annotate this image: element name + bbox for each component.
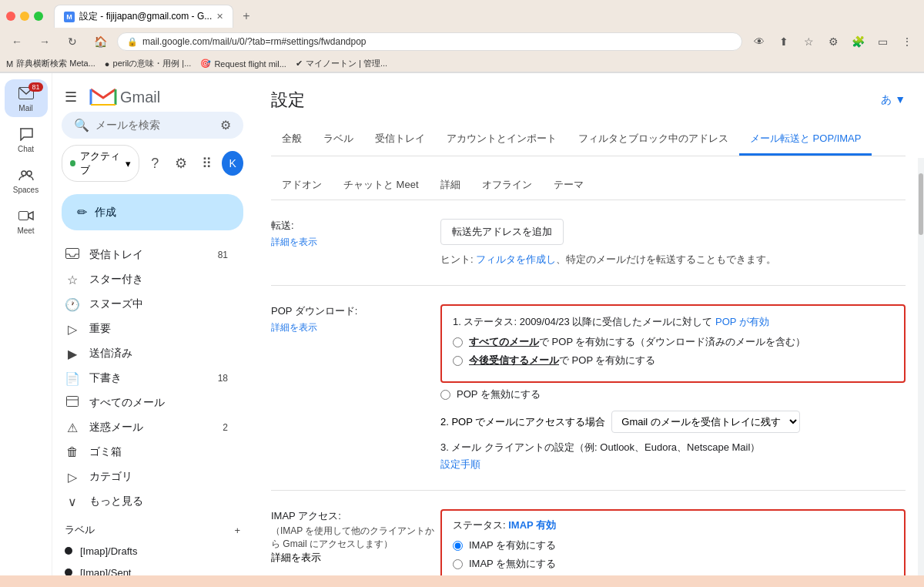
mail-client-link[interactable]: 設定手順 — [440, 458, 480, 470]
maximize-window-btn[interactable] — [34, 12, 43, 21]
scrollbar-track[interactable] — [918, 158, 924, 575]
svg-point-2 — [27, 171, 32, 176]
home-btn[interactable]: 🏠 — [89, 31, 111, 52]
gear-btn[interactable]: ⚙ — [170, 151, 192, 176]
bookmark-peril[interactable]: ● perilの意味・用例 |... — [105, 58, 192, 69]
avatar-btn[interactable]: K — [222, 151, 243, 176]
window-controls — [6, 12, 43, 21]
nav-item-drafts[interactable]: 📄 下書き 18 — [52, 366, 240, 391]
imap-label-col: IMAP アクセス: （IMAP を使用して他のクライアントから Gmail に… — [271, 509, 440, 575]
nav-item-categories[interactable]: ▷ カテゴリ — [52, 465, 240, 489]
tab-labels[interactable]: ラベル — [313, 124, 364, 156]
nav-item-more[interactable]: ∨ もっと見る — [52, 489, 240, 514]
lang-btn[interactable]: あ ▼ — [881, 93, 906, 107]
sub-tab-advanced[interactable]: 詳細 — [430, 172, 471, 200]
help-btn[interactable]: ? — [144, 151, 166, 176]
minimize-window-btn[interactable] — [20, 12, 29, 21]
nav-item-trash[interactable]: 🗑 ゴミ箱 — [52, 440, 240, 465]
bookmark-meta-label: 辞典横断検索 Meta... — [16, 58, 95, 69]
apps-btn[interactable]: ⠿ — [196, 151, 218, 176]
url-bar[interactable]: 🔒 mail.google.com/mail/u/0/?tab=rm#setti… — [117, 32, 742, 51]
bookmark-norton[interactable]: ✔ マイノートン | 管理... — [296, 58, 387, 69]
labels-add-btn[interactable]: + — [234, 525, 240, 536]
sidebar: Mail 81 Chat Spaces — [0, 73, 52, 575]
pop-radio-all[interactable] — [453, 337, 463, 347]
svg-point-1 — [22, 171, 26, 176]
bookmark-peril-icon: ● — [105, 59, 110, 69]
new-tab-btn[interactable]: + — [236, 6, 256, 26]
label-imap-sent[interactable]: [Imap]/Sent — [52, 562, 253, 575]
spam-label: 迷惑メール — [89, 421, 213, 434]
more-menu-icon[interactable]: ⋮ — [896, 31, 918, 52]
nav-panel: ☰ Gmail 🔍 メールを検索 ⚙ — [52, 73, 253, 575]
status-pill[interactable]: アクティブ ▾ — [62, 145, 139, 182]
tab-general[interactable]: 全般 — [271, 124, 313, 156]
bookmark-norton-icon: ✔ — [296, 59, 303, 69]
sub-tab-theme[interactable]: テーマ — [543, 172, 594, 200]
pop-radio-disable[interactable] — [440, 390, 450, 400]
hamburger-menu-btn[interactable]: ☰ — [62, 86, 80, 109]
sidebar-item-chat[interactable]: Chat — [5, 120, 48, 158]
categories-label: カテゴリ — [89, 470, 228, 484]
nav-item-inbox[interactable]: 受信トレイ 81 — [52, 243, 240, 267]
puzzle-icon[interactable]: 🧩 — [847, 31, 869, 52]
sidebar-item-mail[interactable]: Mail 81 — [5, 79, 48, 117]
bookmark-flight-icon: 🎯 — [200, 59, 211, 69]
compose-btn[interactable]: ✏ 作成 — [62, 194, 243, 230]
nav-item-important[interactable]: ▷ 重要 — [52, 317, 240, 341]
spam-icon: ⚠ — [65, 421, 80, 435]
forwarding-detail-link[interactable]: 詳細を表示 — [271, 236, 440, 249]
nav-item-sent[interactable]: ▶ 送信済み — [52, 341, 240, 366]
sidebar-item-meet[interactable]: Meet — [5, 202, 48, 240]
nav-item-starred[interactable]: ☆ スター付き — [52, 267, 240, 292]
forward-btn[interactable]: → — [34, 31, 55, 52]
tab-close-btn[interactable]: ✕ — [216, 12, 223, 22]
pop-option-disable: POP を無効にする — [440, 387, 906, 401]
back-btn[interactable]: ← — [6, 31, 28, 52]
tune-icon[interactable]: ⚙ — [220, 118, 231, 132]
settings-icon[interactable]: ⚙ — [822, 31, 844, 52]
label-imap-sent-text: [Imap]/Sent — [80, 567, 131, 576]
bookmark-meta[interactable]: M 辞典横断検索 Meta... — [6, 58, 95, 69]
trash-label: ゴミ箱 — [89, 445, 228, 459]
hint-link[interactable]: フィルタを作成し — [476, 253, 556, 265]
pop-section: POP ダウンロード: 詳細を表示 1. ステータス: 2009/04/23 以… — [271, 304, 906, 491]
imap-radio-enable[interactable] — [453, 541, 463, 551]
pop-radio-future[interactable] — [453, 356, 463, 366]
imap-radio-disable[interactable] — [453, 559, 463, 569]
tab-inbox[interactable]: 受信トレイ — [364, 124, 436, 156]
active-tab[interactable]: M 設定 - fijijapan@gmail.com - G... ✕ — [54, 5, 233, 28]
add-forward-address-btn[interactable]: 転送先アドレスを追加 — [440, 219, 564, 245]
pop-detail-link[interactable]: 詳細を表示 — [271, 321, 440, 334]
pop-access-select[interactable]: Gmail のメールを受信トレイに残す Gmail のメールをアーカイブする G… — [611, 411, 800, 433]
close-window-btn[interactable] — [6, 12, 15, 21]
refresh-btn[interactable]: ↻ — [62, 31, 83, 52]
eye-icon[interactable]: 👁 — [748, 31, 770, 52]
status-label: アクティブ — [80, 149, 122, 177]
tab-filters[interactable]: フィルタとブロック中のアドレス — [567, 124, 739, 156]
sub-tab-offline[interactable]: オフライン — [471, 172, 543, 200]
label-imap-drafts[interactable]: [Imap]/Drafts — [52, 540, 253, 562]
status-dot — [70, 160, 75, 166]
tab-forwarding[interactable]: メール転送と POP/IMAP — [739, 124, 872, 156]
scrollbar-thumb[interactable] — [919, 173, 923, 235]
bookmark-flight[interactable]: 🎯 Request flight mil... — [200, 59, 286, 69]
sidebar-toggle-icon[interactable]: ▭ — [872, 31, 893, 52]
all-label: すべてのメール — [89, 396, 228, 410]
pop-status-line: 1. ステータス: 2009/04/23 以降に受信したメールに対して POP … — [453, 315, 893, 329]
sidebar-item-spaces[interactable]: Spaces — [5, 161, 48, 199]
sub-tab-chat[interactable]: チャットと Meet — [333, 172, 430, 200]
imap-detail-link[interactable]: 詳細を表示 — [271, 552, 321, 563]
nav-item-spam[interactable]: ⚠ 迷惑メール 2 — [52, 415, 240, 440]
search-bar[interactable]: 🔍 メールを検索 ⚙ — [62, 112, 243, 139]
more-label: もっと見る — [89, 495, 228, 508]
sub-tab-addons[interactable]: アドオン — [271, 172, 333, 200]
nav-item-snoozed[interactable]: 🕐 スヌーズ中 — [52, 292, 240, 317]
star-icon[interactable]: ☆ — [798, 31, 819, 52]
tab-accounts[interactable]: アカウントとインポート — [436, 124, 567, 156]
search-icon: 🔍 — [74, 118, 89, 132]
nav-item-all[interactable]: すべてのメール — [52, 391, 240, 415]
pop-access-row: 2. POP でメールにアクセスする場合 Gmail のメールを受信トレイに残す… — [440, 411, 906, 433]
chat-label: Chat — [18, 145, 34, 153]
share-icon[interactable]: ⬆ — [773, 31, 795, 52]
